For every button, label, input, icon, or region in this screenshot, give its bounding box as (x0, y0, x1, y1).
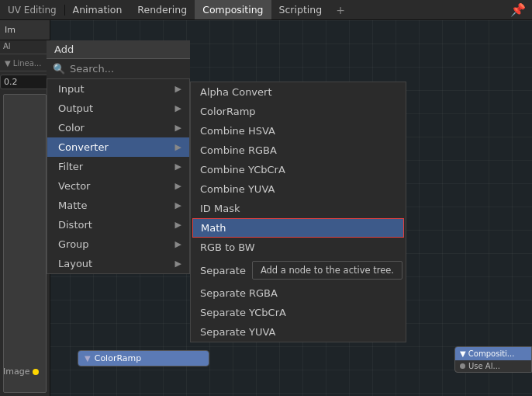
submenu-combine-ycbcra[interactable]: Combine YCbCrA (191, 160, 406, 179)
menu-item-matte-label: Matte (58, 200, 87, 211)
menu-item-distort-label: Distort (58, 219, 92, 231)
group-arrow-icon: ▶ (175, 239, 181, 249)
menu-item-group-label: Group (58, 238, 89, 250)
color-arrow-icon: ▶ (175, 123, 181, 133)
submenu-combine-yuva-label: Combine YUVA (200, 183, 275, 195)
search-bar: 🔍 Search... (47, 59, 190, 79)
menu-item-converter[interactable]: Converter ▶ (47, 137, 189, 157)
tab-rendering[interactable]: Rendering (130, 0, 195, 19)
panel-im-label: Im (5, 25, 16, 35)
workspace-label[interactable]: UV Editing (0, 5, 65, 16)
submenu-alpha-convert-label: Alpha Convert (200, 86, 272, 98)
submenu-combine-rgba[interactable]: Combine RGBA (191, 141, 406, 160)
filter-arrow-icon: ▶ (175, 162, 181, 172)
submenu-alpha-convert[interactable]: Alpha Convert (191, 82, 406, 102)
node-composite[interactable]: ▼ Compositi... Use Al... (454, 346, 532, 373)
submenu-separate-ycbcra-label: Separate YCbCrA (200, 307, 286, 318)
menu-item-distort[interactable]: Distort ▶ (47, 215, 189, 234)
tab-scripting[interactable]: Scripting (271, 0, 330, 19)
submenu-combine-hsva[interactable]: Combine HSVA (191, 121, 406, 141)
submenu-separate-rgba[interactable]: Separate RGBA (191, 283, 406, 303)
add-menu-header: Add (47, 40, 190, 59)
vector-arrow-icon: ▶ (175, 181, 181, 191)
submenu-math-label: Math (201, 222, 226, 234)
add-dropdown: Add 🔍 Search... Input ▶ Output ▶ Color ▶… (47, 40, 190, 274)
submenu-separate-label: Separate (200, 265, 246, 276)
submenu-combine-hsva-label: Combine HSVA (200, 125, 275, 137)
search-icon: 🔍 (53, 63, 65, 75)
submenu-separate-rgba-label: Separate RGBA (200, 287, 278, 299)
menu-item-vector[interactable]: Vector ▶ (47, 176, 189, 196)
submenu-colorramp-label: ColorRamp (200, 106, 256, 117)
left-panel: Im Al ▼ Linea... 0.2 (0, 20, 50, 396)
submenu-colorramp[interactable]: ColorRamp (191, 102, 406, 121)
submenu-rgb-to-bw-label: RGB to BW (200, 241, 255, 253)
submenu-rgb-to-bw[interactable]: RGB to BW (191, 238, 406, 257)
converter-submenu: Alpha Convert ColorRamp Combine HSVA Com… (190, 82, 406, 342)
top-menu-bar: UV Editing Animation Rendering Compositi… (0, 0, 532, 20)
menu-item-layout[interactable]: Layout ▶ (47, 254, 189, 273)
submenu-id-mask-label: ID Mask (200, 203, 240, 214)
node-composite-dot (460, 363, 465, 369)
menu-item-input-label: Input (58, 83, 85, 95)
menu-item-filter-label: Filter (58, 161, 83, 172)
menu-item-color[interactable]: Color ▶ (47, 118, 189, 137)
search-input[interactable]: Search... (70, 63, 114, 75)
menu-item-matte[interactable]: Matte ▶ (47, 196, 189, 215)
gradient-preview (3, 94, 47, 393)
menu-item-group[interactable]: Group ▶ (47, 234, 189, 254)
input-arrow-icon: ▶ (175, 84, 181, 94)
menu-item-output-label: Output (58, 102, 93, 114)
tooltip-box: Add a node to the active tree. (252, 261, 402, 280)
submenu-separate-yuva[interactable]: Separate YUVA (191, 322, 406, 342)
node-colorramp-header: ▼ ColorRamp (78, 351, 209, 366)
node-composite-header: ▼ Compositi... (455, 347, 531, 360)
submenu-separate-ycbcra[interactable]: Separate YCbCrA (191, 303, 406, 322)
image-node: Image (3, 366, 39, 377)
node-arrow-icon: ▼ (85, 354, 91, 363)
node-composite-input: Use Al... (468, 362, 500, 370)
value-field[interactable]: 0.2 (0, 75, 50, 89)
menu-item-output[interactable]: Output ▶ (47, 99, 189, 118)
submenu-combine-yuva[interactable]: Combine YUVA (191, 179, 406, 199)
menu-item-converter-label: Converter (58, 141, 109, 153)
output-arrow-icon: ▶ (175, 103, 181, 113)
menu-item-input[interactable]: Input ▶ (47, 79, 189, 99)
panel-header: Im (0, 20, 50, 40)
menu-item-filter[interactable]: Filter ▶ (47, 157, 189, 176)
node-composite-row: Use Al... (455, 360, 531, 372)
left-menu: Input ▶ Output ▶ Color ▶ Converter ▶ Fil… (47, 79, 190, 274)
submenu-id-mask[interactable]: ID Mask (191, 199, 406, 218)
node-colorramp-label: ColorRamp (95, 353, 142, 363)
divider1 (0, 54, 50, 54)
submenu-separate[interactable]: Separate Add a node to the active tree. (191, 257, 406, 283)
converter-arrow-icon: ▶ (175, 142, 181, 152)
menu-item-color-label: Color (58, 122, 85, 134)
matte-arrow-icon: ▶ (175, 200, 181, 210)
image-label: Image (3, 366, 29, 377)
distort-arrow-icon: ▶ (175, 220, 181, 230)
menu-item-layout-label: Layout (58, 258, 92, 269)
pin-icon: 📌 (510, 2, 532, 17)
submenu-separate-yuva-label: Separate YUVA (200, 326, 275, 338)
tab-animation[interactable]: Animation (65, 0, 130, 19)
submenu-combine-ycbcra-label: Combine YCbCrA (200, 164, 285, 175)
submenu-math[interactable]: Math (192, 218, 404, 238)
submenu-combine-rgba-label: Combine RGBA (200, 144, 277, 156)
divider2 (0, 71, 50, 71)
layout-arrow-icon: ▶ (175, 259, 181, 269)
node-colorramp[interactable]: ▼ ColorRamp (78, 350, 209, 366)
linear-label: ▼ Linea... (0, 56, 50, 69)
menu-item-vector-label: Vector (58, 180, 90, 192)
add-workspace-button[interactable]: + (330, 4, 351, 16)
tab-compositing[interactable]: Compositing (195, 0, 271, 19)
image-dot (33, 369, 39, 375)
main-area: Im Al ▼ Linea... 0.2 Shift＋Aキー ▼ ColorRa… (0, 20, 532, 396)
panel-al-label: Al (0, 40, 50, 52)
